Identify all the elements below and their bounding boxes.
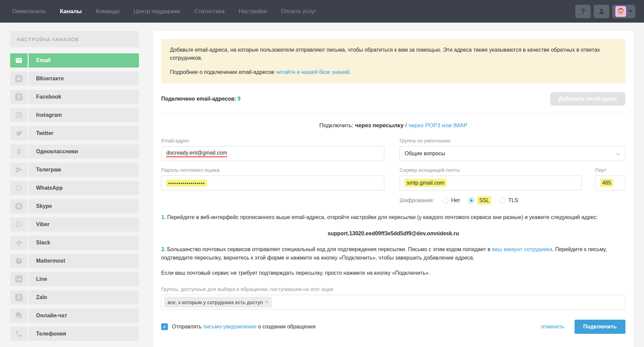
sidebar-item-label: Twitter <box>29 126 139 140</box>
email-icon <box>10 53 28 68</box>
encryption-option-none[interactable]: Нет <box>442 197 460 204</box>
cancel-link[interactable]: отменить <box>541 324 564 330</box>
twitter-icon <box>10 126 28 140</box>
email-field-group: Email-адрес docready.ent@gmail.com <box>161 138 384 161</box>
remove-tag-icon[interactable]: × <box>265 299 268 305</box>
connect-mode-pop3-imap-link[interactable]: через POP3 или IMAP <box>408 122 467 129</box>
email-field-label: Email-адрес <box>161 138 384 143</box>
nav-team[interactable]: Команда <box>96 8 119 15</box>
radio-icon <box>499 197 505 204</box>
sidebar-item-skype[interactable]: S Skype <box>10 199 139 213</box>
connect-mode-heading: Подключить: через пересылку / через POP3… <box>161 122 625 129</box>
encryption-option-ssl[interactable]: SSL <box>468 196 491 205</box>
default-group-value: Общие вопросы <box>405 151 445 157</box>
connect-prefix: Подключить: <box>319 122 355 129</box>
email-input[interactable]: docready.ent@gmail.com <box>161 146 384 161</box>
facebook-icon: f <box>10 90 28 104</box>
nav-support-center[interactable]: Центр поддержки <box>134 8 180 15</box>
notice-paragraph: Подробнее о подключении email-адресов чи… <box>170 68 617 76</box>
port-input[interactable]: 465 <box>595 176 625 190</box>
port-value: 465 <box>600 179 613 187</box>
account-menu-button[interactable] <box>612 5 635 18</box>
sidebar-item-online-chat[interactable]: Онлайн-чат <box>10 309 139 323</box>
nav-billing[interactable]: Оплата услуг <box>281 8 316 15</box>
sidebar-list: Email vk ВКонтакте f Facebook Instagram <box>10 53 139 341</box>
encryption-option-label: SSL <box>477 196 491 205</box>
staff-account-link[interactable]: ваш аккаунт сотрудника <box>492 246 552 252</box>
connect-mode-forwarding: через пересылку <box>355 122 404 129</box>
knowledge-base-link[interactable]: читайте в нашей базе знаний <box>275 69 349 75</box>
sidebar-item-instagram[interactable]: Instagram <box>10 108 139 122</box>
phone-icon <box>10 327 28 341</box>
notice-paragraph: Добавьте email-адреса, на которые пользо… <box>170 46 617 62</box>
sidebar-item-whatsapp[interactable]: WhatsApp <box>10 181 139 195</box>
default-group-select[interactable]: Общие вопросы <box>400 146 625 161</box>
sidebar-item-label: Одноклассники <box>29 144 139 159</box>
groups-tag-input[interactable]: все, к которым у сотрудника есть доступ … <box>161 295 625 310</box>
smtp-server-input[interactable]: smtp.gmail.com <box>400 176 582 190</box>
divider <box>161 113 625 113</box>
sidebar-item-zalo[interactable]: Z Zalo <box>10 290 139 304</box>
sidebar-item-viber[interactable]: Viber <box>10 217 139 232</box>
connect-button[interactable]: Подключить <box>575 320 625 334</box>
group-tag-label: все, к которым у сотрудника есть доступ <box>168 299 263 305</box>
sidebar-item-facebook[interactable]: f Facebook <box>10 90 139 104</box>
add-email-button[interactable]: Добавить email-адрес <box>550 92 625 106</box>
sidebar-item-vkontakte[interactable]: vk ВКонтакте <box>10 72 139 86</box>
notice-text: Подробнее о подключении email-адресов <box>170 69 275 75</box>
sidebar-item-email[interactable]: Email <box>10 53 139 68</box>
person-icon <box>598 8 605 15</box>
sidebar-item-slack[interactable]: Slack <box>10 236 139 250</box>
smtp-group: Сервер исходящей почты smtp.gmail.com По… <box>400 167 625 205</box>
avatar <box>615 6 626 17</box>
nav-channels[interactable]: Каналы <box>60 8 82 15</box>
notification-letter-link[interactable]: письмо-уведомление <box>203 324 256 329</box>
sidebar-item-twitter[interactable]: Twitter <box>10 126 139 140</box>
encryption-option-tls[interactable]: TLS <box>499 197 518 204</box>
odnoklassniki-icon <box>10 144 28 159</box>
step-2-number: 2. <box>161 246 166 252</box>
sidebar-item-label: ВКонтакте <box>29 72 139 86</box>
email-settings-card: Добавьте email-адреса, на которые пользо… <box>153 31 633 347</box>
encryption-option-label: TLS <box>508 197 518 204</box>
chat-bubbles-icon <box>10 309 28 323</box>
nav-statistics[interactable]: Статистика <box>195 8 225 15</box>
server-field-group: Сервер исходящей почты smtp.gmail.com <box>400 167 582 190</box>
sidebar-item-label: Viber <box>29 217 139 232</box>
smtp-server-value: smtp.gmail.com <box>405 179 446 187</box>
sidebar-item-label: Онлайн-чат <box>29 309 139 323</box>
radio-checked-icon <box>468 197 474 204</box>
password-input[interactable]: •••••••••••••••••• <box>161 176 384 190</box>
encryption-label: Шифрование: <box>400 197 434 204</box>
agent-button[interactable] <box>594 5 609 18</box>
password-field-group: Пароль почтового ящика •••••••••••••••••… <box>161 167 384 205</box>
help-button[interactable]: ? <box>575 5 591 18</box>
sidebar-item-telephony[interactable]: Телефония <box>10 327 139 341</box>
sidebar-header: НАСТРОЙКА КАНАЛОВ <box>10 31 139 47</box>
zalo-icon: Z <box>10 290 28 304</box>
nav-omnipanel[interactable]: Омнипанель <box>12 8 46 15</box>
sidebar-item-label: Skype <box>29 199 139 213</box>
sidebar-item-line[interactable]: LINE Line <box>10 272 139 286</box>
line-icon: LINE <box>10 272 28 286</box>
group-tag-chip: все, к которым у сотрудника есть доступ … <box>164 297 272 308</box>
notify-checkbox[interactable]: ✓ <box>161 323 168 330</box>
chevron-down-icon <box>616 151 620 156</box>
server-port-row: Сервер исходящей почты smtp.gmail.com По… <box>400 167 625 190</box>
port-field-group: Порт 465 <box>595 167 625 190</box>
question-icon: ? <box>581 7 585 16</box>
sidebar-item-telegram[interactable]: Телеграм <box>10 163 139 177</box>
skype-icon: S <box>10 199 28 213</box>
viber-icon <box>10 217 28 232</box>
sidebar-item-label: Телефония <box>29 327 139 341</box>
nav-settings[interactable]: Настройки <box>239 8 267 15</box>
no-confirmation-note: Если ваш почтовый сервис не требует подт… <box>161 270 625 276</box>
password-input-value: •••••••••••••••••• <box>166 180 207 187</box>
connected-count-label: Подключено email-адресов: <box>161 96 236 102</box>
sidebar-item-mattermost[interactable]: Mattermost <box>10 254 139 268</box>
mattermost-icon <box>10 254 28 268</box>
notify-text: Отправлять письмо-уведомление о создании… <box>172 324 316 330</box>
sidebar-item-label: Email <box>29 53 139 68</box>
sidebar-item-odnoklassniki[interactable]: Одноклассники <box>10 144 139 159</box>
nav-right: ? <box>575 5 635 18</box>
